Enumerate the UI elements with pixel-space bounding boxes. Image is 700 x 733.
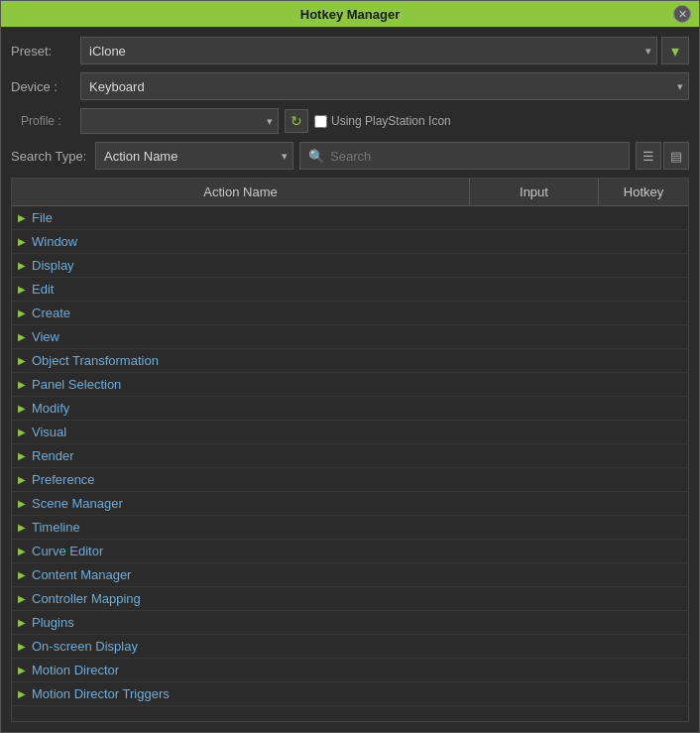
row-expand-icon: ▶ bbox=[12, 665, 32, 675]
table-row[interactable]: ▶ Timeline bbox=[12, 516, 688, 540]
row-action-name: Content Manager bbox=[32, 567, 688, 582]
row-action-name: File bbox=[32, 210, 688, 225]
table-row[interactable]: ▶ Render bbox=[12, 444, 688, 468]
table-row[interactable]: ▶ Content Manager bbox=[12, 563, 688, 587]
row-expand-icon: ▶ bbox=[12, 450, 32, 461]
table-row[interactable]: ▶ Controller Mapping bbox=[12, 587, 688, 611]
row-expand-icon: ▶ bbox=[12, 331, 32, 342]
row-expand-icon: ▶ bbox=[12, 307, 32, 318]
profile-row: Profile : ▾ ↻ Using PlayStation Icon bbox=[11, 108, 689, 134]
row-action-name: Object Transformation bbox=[32, 353, 688, 368]
row-action-name: Render bbox=[32, 448, 688, 463]
col-header-action-name: Action Name bbox=[12, 179, 470, 205]
row-expand-icon: ▶ bbox=[12, 403, 32, 414]
table-row[interactable]: ▶ Scene Manager bbox=[12, 492, 688, 516]
row-expand-icon: ▶ bbox=[12, 641, 32, 652]
table-row[interactable]: ▶ File bbox=[12, 206, 688, 230]
row-expand-icon: ▶ bbox=[12, 522, 32, 533]
profile-refresh-button[interactable]: ↻ bbox=[285, 109, 308, 133]
row-expand-icon: ▶ bbox=[12, 474, 32, 485]
table-row[interactable]: ▶ Create bbox=[12, 302, 688, 325]
main-content: Preset: iClone ▾ ▾ Device : Keyboard ▾ P… bbox=[1, 27, 699, 732]
row-expand-icon: ▶ bbox=[12, 688, 32, 699]
device-row: Device : Keyboard ▾ bbox=[11, 72, 689, 100]
window-title: Hotkey Manager bbox=[27, 7, 673, 22]
row-expand-icon: ▶ bbox=[12, 569, 32, 580]
row-expand-icon: ▶ bbox=[12, 617, 32, 628]
table-body: ▶ File ▶ Window ▶ Display ▶ Edit ▶ Creat… bbox=[12, 206, 688, 706]
row-action-name: View bbox=[32, 329, 688, 344]
row-action-name: Scene Manager bbox=[32, 496, 688, 511]
search-row: Search Type: Action Name Hotkey ▾ 🔍 ☰ ▤ bbox=[11, 142, 689, 170]
search-type-select-wrapper: Action Name Hotkey ▾ bbox=[95, 142, 293, 170]
search-input[interactable] bbox=[330, 149, 621, 164]
col-header-hotkey: Hotkey bbox=[599, 179, 688, 205]
preset-label: Preset: bbox=[11, 44, 80, 59]
row-action-name: On-screen Display bbox=[32, 639, 688, 654]
search-type-select[interactable]: Action Name Hotkey bbox=[95, 142, 293, 170]
row-expand-icon: ▶ bbox=[12, 498, 32, 509]
table-row[interactable]: ▶ Visual bbox=[12, 421, 688, 444]
row-action-name: Controller Mapping bbox=[32, 591, 688, 606]
row-action-name: Edit bbox=[32, 282, 688, 297]
row-action-name: Display bbox=[32, 258, 688, 273]
row-action-name: Panel Selection bbox=[32, 377, 688, 392]
profile-select[interactable] bbox=[80, 108, 279, 134]
view-list-button[interactable]: ☰ bbox=[636, 142, 661, 170]
playstation-icon-label[interactable]: Using PlayStation Icon bbox=[314, 114, 451, 128]
row-expand-icon: ▶ bbox=[12, 284, 32, 295]
table-row[interactable]: ▶ Curve Editor bbox=[12, 540, 688, 563]
device-select[interactable]: Keyboard bbox=[80, 72, 689, 100]
table-row[interactable]: ▶ Panel Selection bbox=[12, 373, 688, 397]
table-row[interactable]: ▶ Edit bbox=[12, 278, 688, 302]
row-action-name: Modify bbox=[32, 401, 688, 416]
row-action-name: Window bbox=[32, 234, 688, 249]
table-row[interactable]: ▶ Object Transformation bbox=[12, 349, 688, 373]
table-row[interactable]: ▶ Plugins bbox=[12, 611, 688, 635]
row-action-name: Preference bbox=[32, 472, 688, 487]
row-expand-icon: ▶ bbox=[12, 379, 32, 390]
table-row[interactable]: ▶ On-screen Display bbox=[12, 635, 688, 659]
table-row[interactable]: ▶ Display bbox=[12, 254, 688, 278]
search-icon: 🔍 bbox=[308, 149, 324, 164]
title-bar: Hotkey Manager ✕ bbox=[1, 1, 699, 27]
row-expand-icon: ▶ bbox=[12, 260, 32, 271]
table-row[interactable]: ▶ Motion Director bbox=[12, 659, 688, 682]
view-grid-button[interactable]: ▤ bbox=[663, 142, 689, 170]
search-box: 🔍 bbox=[299, 142, 630, 170]
hotkey-manager-window: Hotkey Manager ✕ Preset: iClone ▾ ▾ Devi… bbox=[0, 0, 700, 733]
profile-select-wrapper: ▾ bbox=[80, 108, 279, 134]
row-action-name: Plugins bbox=[32, 615, 688, 630]
row-action-name: Create bbox=[32, 305, 688, 320]
action-table: Action Name Input Hotkey ▶ File ▶ Window… bbox=[11, 178, 689, 722]
table-row[interactable]: ▶ View bbox=[12, 325, 688, 349]
preset-row: Preset: iClone ▾ ▾ bbox=[11, 37, 689, 64]
device-label: Device : bbox=[11, 79, 80, 94]
playstation-icon-checkbox[interactable] bbox=[314, 115, 327, 128]
table-header: Action Name Input Hotkey bbox=[12, 179, 688, 206]
profile-label: Profile : bbox=[21, 114, 80, 128]
row-expand-icon: ▶ bbox=[12, 593, 32, 604]
col-header-input: Input bbox=[470, 179, 599, 205]
row-action-name: Curve Editor bbox=[32, 544, 688, 558]
row-expand-icon: ▶ bbox=[12, 427, 32, 437]
preset-select[interactable]: iClone bbox=[80, 37, 657, 64]
row-expand-icon: ▶ bbox=[12, 546, 32, 556]
profile-controls: ↻ Using PlayStation Icon bbox=[285, 109, 451, 133]
row-expand-icon: ▶ bbox=[12, 212, 32, 223]
view-buttons: ☰ ▤ bbox=[636, 142, 689, 170]
device-select-wrapper: Keyboard ▾ bbox=[80, 72, 689, 100]
close-button[interactable]: ✕ bbox=[673, 5, 691, 23]
row-action-name: Timeline bbox=[32, 520, 688, 535]
table-row[interactable]: ▶ Motion Director Triggers bbox=[12, 682, 688, 706]
preset-down-button[interactable]: ▾ bbox=[661, 37, 689, 64]
table-row[interactable]: ▶ Modify bbox=[12, 397, 688, 421]
playstation-icon-text: Using PlayStation Icon bbox=[331, 114, 451, 128]
table-row[interactable]: ▶ Window bbox=[12, 230, 688, 254]
row-expand-icon: ▶ bbox=[12, 236, 32, 247]
row-expand-icon: ▶ bbox=[12, 355, 32, 366]
search-type-label: Search Type: bbox=[11, 149, 95, 164]
row-action-name: Motion Director bbox=[32, 663, 688, 677]
table-row[interactable]: ▶ Preference bbox=[12, 468, 688, 492]
row-action-name: Visual bbox=[32, 425, 688, 439]
